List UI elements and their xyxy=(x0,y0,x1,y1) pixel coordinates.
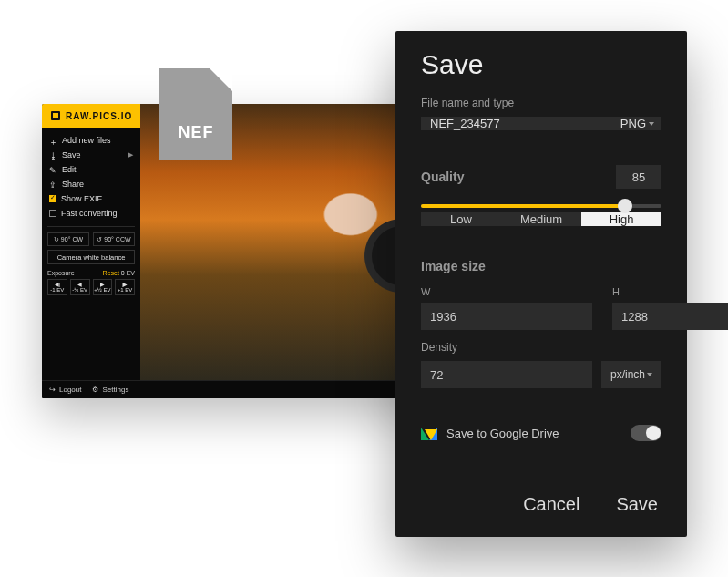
editor-sidebar: ＋ Add new files ⭳ Save ▶ ✎ Edit ⇪ Share … xyxy=(42,128,140,398)
chevron-right-icon: ▶ xyxy=(128,151,133,159)
sidebar-item-save[interactable]: ⭳ Save ▶ xyxy=(47,148,135,162)
share-icon: ⇪ xyxy=(49,180,57,189)
density-label: Density xyxy=(421,341,661,354)
ev-minus-half-button[interactable]: ◀-½ EV xyxy=(70,279,90,295)
download-icon: ⭳ xyxy=(49,151,57,160)
divider xyxy=(47,226,135,227)
file-name-row: PNG xyxy=(421,117,661,130)
file-type-select[interactable]: PNG xyxy=(617,117,661,130)
toggle-knob xyxy=(646,426,661,440)
chevron-down-icon xyxy=(647,373,652,376)
brand-name: RAW.PICS.IO xyxy=(66,111,132,121)
google-drive-row: Save to Google Drive xyxy=(421,421,661,445)
sidebar-item-share[interactable]: ⇪ Share xyxy=(47,177,135,191)
sidebar-item-add-files[interactable]: ＋ Add new files xyxy=(47,133,135,148)
google-drive-icon xyxy=(421,426,437,440)
density-input[interactable] xyxy=(421,361,592,388)
save-button[interactable]: Save xyxy=(616,494,658,515)
gear-icon: ⚙ xyxy=(92,386,98,394)
quality-input[interactable] xyxy=(616,165,661,189)
file-ext-label: NEF xyxy=(159,123,232,142)
brand-bar: RAW.PICS.IO xyxy=(42,104,141,128)
image-size-label: Image size xyxy=(421,259,661,273)
sidebar-item-label: Edit xyxy=(62,165,77,174)
height-input[interactable] xyxy=(612,303,728,330)
quality-row: Quality xyxy=(421,165,661,189)
file-name-input[interactable] xyxy=(421,117,617,130)
file-type-value: PNG xyxy=(620,117,646,130)
chevron-down-icon xyxy=(649,122,654,126)
density-unit-select[interactable]: px/inch xyxy=(601,361,661,388)
plus-icon: ＋ xyxy=(49,137,57,145)
checkbox-checked-icon xyxy=(49,195,56,202)
dialog-actions: Cancel Save xyxy=(421,474,661,537)
exposure-header: Exposure Reset 0 EV xyxy=(47,270,135,276)
width-label: W xyxy=(421,286,592,297)
settings-button[interactable]: ⚙ Settings xyxy=(92,386,128,394)
brand-logo-icon xyxy=(51,111,60,120)
quality-low-button[interactable]: Low xyxy=(421,212,501,226)
settings-label: Settings xyxy=(102,386,128,394)
rotate-cw-button[interactable]: ↻ 90° CW xyxy=(47,232,89,246)
rotate-ccw-button[interactable]: ↺ 90° CCW xyxy=(93,232,135,246)
checkbox-empty-icon xyxy=(49,210,56,217)
file-type-badge: NEF xyxy=(159,68,232,160)
ev-plus-1-button[interactable]: |▶+1 EV xyxy=(115,279,135,295)
google-drive-label: Save to Google Drive xyxy=(446,427,559,440)
sidebar-item-edit[interactable]: ✎ Edit xyxy=(47,162,135,177)
ev-plus-half-button[interactable]: ▶+½ EV xyxy=(93,279,113,295)
quality-medium-button[interactable]: Medium xyxy=(501,212,581,226)
sidebar-item-show-exif[interactable]: Show EXIF xyxy=(47,191,135,206)
exposure-reset-button[interactable]: Reset xyxy=(103,270,119,276)
file-fold xyxy=(210,68,232,91)
height-label: H xyxy=(612,286,728,297)
quality-segmented: Low Medium High xyxy=(421,212,661,226)
exposure-value: 0 EV xyxy=(121,270,135,276)
sidebar-item-label: Show EXIF xyxy=(61,194,102,203)
file-name-label: File name and type xyxy=(421,97,661,109)
sidebar-item-label: Add new files xyxy=(62,136,111,145)
slider-handle[interactable] xyxy=(618,199,632,213)
sidebar-item-label: Fast converting xyxy=(61,209,118,218)
width-input[interactable] xyxy=(421,303,592,330)
cancel-button[interactable]: Cancel xyxy=(523,494,579,515)
exposure-steps: ◀|-1 EV ◀-½ EV ▶+½ EV |▶+1 EV xyxy=(47,279,135,295)
ev-minus-1-button[interactable]: ◀|-1 EV xyxy=(47,279,67,295)
dialog-title: Save xyxy=(421,49,661,80)
google-drive-toggle[interactable] xyxy=(631,425,661,441)
quality-label: Quality xyxy=(421,170,464,184)
sidebar-item-fast-converting[interactable]: Fast converting xyxy=(47,206,135,221)
sidebar-item-label: Save xyxy=(62,150,81,160)
slider-fill xyxy=(421,204,625,208)
logout-button[interactable]: ↪ Logout xyxy=(49,386,81,394)
density-unit-value: px/inch xyxy=(610,368,645,381)
logout-icon: ↪ xyxy=(49,386,56,394)
white-balance-button[interactable]: Camera white balance xyxy=(47,250,135,264)
logout-label: Logout xyxy=(59,386,81,394)
exposure-label: Exposure xyxy=(47,270,75,276)
sidebar-item-label: Share xyxy=(62,180,84,189)
quality-high-button[interactable]: High xyxy=(581,212,661,226)
save-dialog: Save File name and type PNG Quality Low … xyxy=(395,31,687,537)
pencil-icon: ✎ xyxy=(49,166,57,174)
